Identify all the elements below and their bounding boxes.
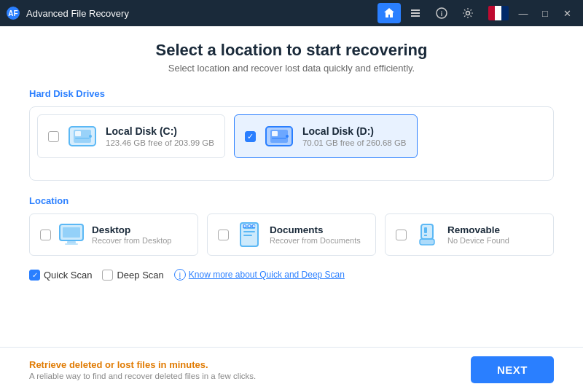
nav-home-button[interactable]: [377, 3, 401, 23]
drives-row: Local Disk (C:) 123.46 GB free of 203.99…: [37, 114, 546, 158]
svg-point-7: [466, 12, 470, 15]
svg-rect-17: [272, 131, 278, 136]
quick-scan-checkbox[interactable]: ✓: [29, 270, 40, 281]
svg-rect-2: [411, 9, 420, 11]
close-button[interactable]: ✕: [557, 3, 577, 23]
drive-c-card[interactable]: Local Disk (C:) 123.46 GB free of 203.99…: [37, 114, 225, 158]
svg-rect-33: [424, 227, 427, 233]
flag-icon: [488, 6, 509, 20]
svg-rect-34: [424, 235, 427, 236]
drive-d-checkbox[interactable]: ✓: [245, 131, 256, 142]
svg-point-13: [89, 135, 92, 138]
location-removable-card[interactable]: Removable No Device Found: [385, 213, 554, 256]
main-content: Select a location to start recovering Se…: [0, 26, 583, 347]
svg-rect-22: [63, 227, 80, 238]
page-title: Select a location to start recovering: [29, 41, 554, 60]
scan-info-text: Know more about Quick and Deep Scan: [189, 270, 345, 280]
location-desktop-checkbox[interactable]: [40, 230, 51, 240]
svg-rect-12: [75, 138, 90, 139]
page-subtitle: Select location and recover lost data qu…: [29, 63, 554, 74]
footer-headline: Retrieve deleted or lost files in minute…: [29, 359, 471, 370]
nav-settings-button[interactable]: [456, 3, 480, 23]
documents-sub: Recover from Documents: [270, 236, 361, 245]
scan-options: ✓ Quick Scan Deep Scan i Know more about…: [29, 269, 554, 281]
location-documents-checkbox[interactable]: [218, 230, 229, 240]
svg-rect-29: [243, 235, 252, 236]
deep-scan-option[interactable]: Deep Scan: [102, 270, 163, 281]
svg-rect-28: [243, 231, 255, 232]
location-documents-card[interactable]: DOC Documents Recover from Documents: [207, 213, 376, 256]
footer-text: Retrieve deleted or lost files in minute…: [29, 359, 471, 380]
next-button[interactable]: NEXT: [471, 356, 554, 383]
location-section: Location Desktop Recover from Desktop: [29, 195, 554, 269]
drive-c-checkbox[interactable]: [48, 131, 59, 142]
svg-rect-24: [65, 243, 78, 245]
hard-disk-section: Hard Disk Drives Local Disk (C:): [29, 88, 554, 195]
documents-name: Documents: [270, 224, 361, 235]
location-row: Desktop Recover from Desktop DOC Documen…: [29, 213, 554, 256]
drive-d-icon: [263, 122, 295, 150]
title-nav: i: [377, 3, 480, 23]
window-controls: — □ ✕: [488, 3, 577, 23]
documents-info: Documents Recover from Documents: [270, 224, 361, 245]
maximize-button[interactable]: □: [535, 3, 555, 23]
desktop-name: Desktop: [92, 224, 171, 235]
drives-container: Local Disk (C:) 123.46 GB free of 203.99…: [29, 106, 554, 181]
app-title: Advanced File Recovery: [26, 8, 377, 19]
deep-scan-checkbox[interactable]: [102, 270, 113, 281]
deep-scan-label: Deep Scan: [117, 270, 163, 281]
footer-sub: A reliable way to find and recover delet…: [29, 372, 471, 380]
svg-rect-18: [272, 138, 286, 139]
desktop-info: Desktop Recover from Desktop: [92, 224, 171, 245]
title-bar: AF Advanced File Recovery i: [0, 0, 583, 26]
location-desktop-card[interactable]: Desktop Recover from Desktop: [29, 213, 198, 256]
nav-list-button[interactable]: [404, 3, 427, 23]
quick-scan-option[interactable]: ✓ Quick Scan: [29, 270, 92, 281]
location-label: Location: [29, 195, 554, 206]
drive-d-name: Local Disk (D:): [302, 125, 407, 137]
drive-c-name: Local Disk (C:): [106, 125, 214, 137]
svg-text:AF: AF: [8, 9, 17, 17]
removable-sub: No Device Found: [447, 236, 509, 245]
desktop-sub: Recover from Desktop: [92, 236, 171, 245]
drive-d-card[interactable]: ✓ Local Disk (D:) 70.01 GB free of 260.6…: [234, 114, 418, 158]
svg-text:DOC: DOC: [243, 223, 256, 230]
location-removable-checkbox[interactable]: [396, 230, 407, 240]
hard-disk-label: Hard Disk Drives: [29, 88, 554, 99]
documents-icon: DOC: [236, 222, 262, 248]
drive-c-info: Local Disk (C:) 123.46 GB free of 203.99…: [106, 125, 214, 147]
quick-scan-label: Quick Scan: [44, 270, 92, 281]
desktop-icon: [58, 222, 85, 248]
drive-d-space: 70.01 GB free of 260.68 GB: [302, 138, 407, 147]
svg-rect-4: [411, 15, 420, 17]
removable-name: Removable: [447, 224, 509, 235]
removable-info: Removable No Device Found: [447, 224, 509, 245]
drive-c-icon: [66, 122, 98, 150]
drive-d-info: Local Disk (D:) 70.01 GB free of 260.68 …: [302, 125, 407, 147]
nav-info-button[interactable]: i: [430, 3, 453, 23]
app-logo-icon: AF: [6, 6, 20, 20]
svg-rect-23: [67, 241, 76, 243]
minimize-button[interactable]: —: [513, 3, 533, 23]
footer-bar: Retrieve deleted or lost files in minute…: [0, 347, 583, 392]
scan-info-link[interactable]: i Know more about Quick and Deep Scan: [174, 269, 345, 281]
svg-rect-3: [411, 12, 420, 14]
info-circle-icon: i: [174, 269, 186, 281]
removable-icon: [414, 222, 440, 248]
svg-rect-35: [420, 239, 434, 245]
svg-point-19: [286, 135, 289, 138]
drive-c-space: 123.46 GB free of 203.99 GB: [106, 138, 214, 147]
svg-text:i: i: [441, 10, 443, 17]
svg-rect-11: [75, 131, 81, 136]
